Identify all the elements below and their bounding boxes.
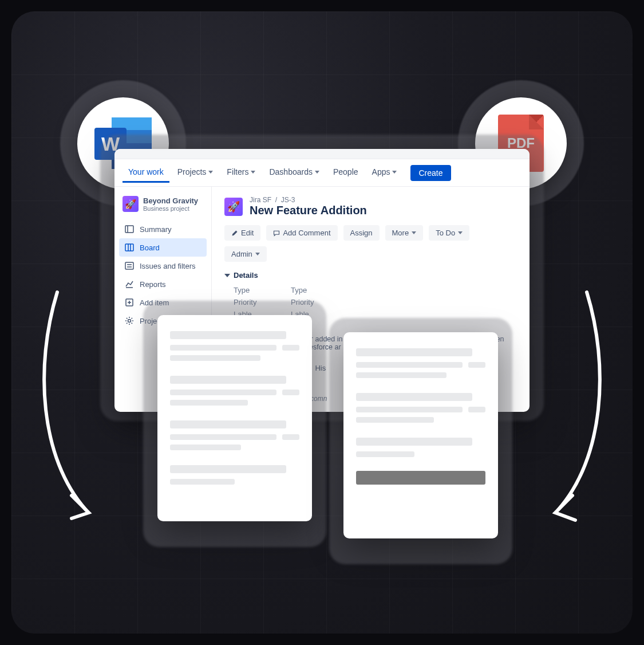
skeleton-line xyxy=(170,465,286,473)
skeleton-line xyxy=(170,331,286,339)
svg-rect-5 xyxy=(125,262,133,269)
sidebar-item-label: Reports xyxy=(140,280,166,289)
nav-your-work[interactable]: Your work xyxy=(123,163,169,183)
sidebar-item-label: Issues and filters xyxy=(140,262,196,270)
more-button[interactable]: More xyxy=(385,225,424,241)
issue-project-avatar-icon: 🚀 xyxy=(224,198,243,216)
top-nav: Your work Projects Filters Dashboards Pe… xyxy=(114,159,530,187)
status-button-label: To Do xyxy=(436,229,455,237)
gear-icon xyxy=(125,316,134,325)
create-button[interactable]: Create xyxy=(410,165,451,181)
svg-point-12 xyxy=(128,320,131,322)
details-section-header[interactable]: Details xyxy=(224,271,517,280)
admin-button[interactable]: Admin xyxy=(224,246,267,262)
detail-row-type: Type Type xyxy=(224,284,517,296)
document-preview-card xyxy=(343,332,498,538)
breadcrumb-key: JS-3 xyxy=(281,196,295,204)
create-button-label: Create xyxy=(418,168,442,178)
issues-icon xyxy=(125,261,134,270)
nav-filters-label: Filters xyxy=(227,167,248,176)
nav-projects[interactable]: Projects xyxy=(172,163,219,183)
chevron-down-icon xyxy=(251,171,255,174)
skeleton-chip xyxy=(282,390,299,395)
skeleton-line xyxy=(170,376,286,384)
skeleton-chip xyxy=(282,434,299,440)
chevron-down-icon xyxy=(392,171,397,174)
edit-button[interactable]: Edit xyxy=(224,225,260,241)
skeleton-line xyxy=(170,345,276,351)
sidebar-item-reports[interactable]: Reports xyxy=(119,275,207,293)
reports-icon xyxy=(125,280,134,289)
skeleton-line xyxy=(170,434,276,440)
status-button[interactable]: To Do xyxy=(429,225,469,241)
sidebar-item-issues[interactable]: Issues and filters xyxy=(119,257,207,275)
detail-value: Type xyxy=(291,286,307,294)
add-icon xyxy=(125,298,134,307)
chevron-down-icon xyxy=(412,231,416,234)
skeleton-chip xyxy=(468,362,485,368)
skeleton-line xyxy=(356,393,472,401)
nav-apps-label: Apps xyxy=(372,167,390,176)
issue-title: New Feature Addition xyxy=(250,204,367,217)
skeleton-line xyxy=(356,407,463,412)
skeleton-line xyxy=(170,445,241,450)
summary-icon xyxy=(125,225,134,234)
breadcrumb-project: Jira SF xyxy=(250,196,271,204)
project-header[interactable]: 🚀 Beyond Gravity Business project xyxy=(119,194,207,220)
sidebar-item-label: Board xyxy=(140,243,160,252)
add-comment-button-label: Add Comment xyxy=(283,229,330,237)
skeleton-line xyxy=(170,390,276,395)
nav-filters[interactable]: Filters xyxy=(221,163,261,183)
sidebar-item-summary[interactable]: Summary xyxy=(119,220,207,238)
skeleton-line xyxy=(356,438,472,446)
skeleton-chip xyxy=(468,407,485,412)
detail-label: Type xyxy=(234,286,268,294)
more-button-label: More xyxy=(392,229,409,237)
nav-people[interactable]: People xyxy=(327,163,364,183)
sidebar-item-board[interactable]: Board xyxy=(119,238,207,257)
sidebar-item-label: Summary xyxy=(140,225,172,234)
nav-dashboards-label: Dashboards xyxy=(269,167,313,176)
svg-rect-2 xyxy=(125,244,133,251)
chevron-down-icon xyxy=(255,253,260,255)
skeleton-line xyxy=(170,420,286,428)
skeleton-line xyxy=(356,451,414,457)
assign-button-label: Assign xyxy=(350,229,373,237)
skeleton-chip xyxy=(282,345,299,351)
skeleton-line xyxy=(170,479,235,485)
nav-your-work-label: Your work xyxy=(128,167,164,176)
breadcrumb[interactable]: Jira SF / JS-3 xyxy=(250,196,367,204)
skeleton-line xyxy=(170,355,260,361)
pencil-icon xyxy=(231,230,238,237)
skeleton-button xyxy=(356,471,485,485)
skeleton-line xyxy=(170,400,248,406)
window-titlebar xyxy=(114,149,530,159)
skeleton-line xyxy=(356,372,447,378)
nav-people-label: People xyxy=(333,167,358,176)
assign-button[interactable]: Assign xyxy=(343,225,380,241)
comment-icon xyxy=(273,230,280,237)
skeleton-line xyxy=(356,417,434,423)
nav-projects-label: Projects xyxy=(177,167,207,176)
chevron-down-icon xyxy=(315,171,319,174)
chevron-down-icon xyxy=(458,231,463,234)
details-header-label: Details xyxy=(234,271,258,280)
collapse-caret-icon xyxy=(224,274,230,277)
edit-button-label: Edit xyxy=(241,229,254,237)
nav-apps[interactable]: Apps xyxy=(366,163,403,183)
breadcrumb-sep: / xyxy=(275,196,277,204)
chevron-down-icon xyxy=(208,171,213,174)
board-icon xyxy=(125,243,134,252)
document-preview-card xyxy=(157,315,312,521)
add-comment-button[interactable]: Add Comment xyxy=(266,225,337,241)
project-name: Beyond Gravity xyxy=(143,196,198,205)
skeleton-line xyxy=(356,348,472,356)
skeleton-line xyxy=(356,362,463,368)
project-type: Business project xyxy=(143,205,198,212)
svg-rect-0 xyxy=(125,226,133,233)
nav-dashboards[interactable]: Dashboards xyxy=(263,163,325,183)
project-avatar-icon: 🚀 xyxy=(123,196,139,212)
admin-button-label: Admin xyxy=(231,250,252,258)
